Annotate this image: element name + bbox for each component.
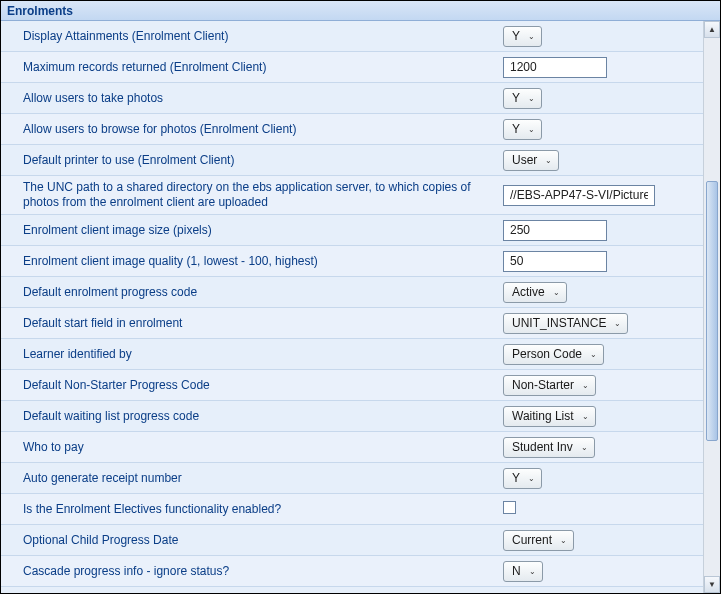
setting-dropdown[interactable]: Y⌄ <box>503 119 542 140</box>
chevron-down-icon: ⌄ <box>528 94 535 103</box>
setting-control: N⌄ <box>503 561 543 582</box>
setting-label: Allow users to take photos <box>23 91 503 106</box>
setting-dropdown[interactable]: Waiting List⌄ <box>503 406 596 427</box>
scroll-thumb[interactable] <box>706 181 718 441</box>
chevron-down-icon: ⌄ <box>553 288 560 297</box>
setting-row: Optional Child Progress DateCurrent⌄ <box>1 525 703 556</box>
chevron-down-icon: ⌄ <box>529 567 536 576</box>
scroll-up-button[interactable]: ▲ <box>704 21 720 38</box>
setting-row: Auto generate receipt numberY⌄ <box>1 463 703 494</box>
chevron-down-icon: ⌄ <box>614 319 621 328</box>
dropdown-value: Student Inv <box>512 440 573 454</box>
setting-row: Allow users to take photosY⌄ <box>1 83 703 114</box>
dropdown-value: Active <box>512 285 545 299</box>
dropdown-value: Y <box>512 122 520 136</box>
dropdown-value: User <box>512 153 537 167</box>
setting-textbox[interactable] <box>503 251 607 272</box>
dropdown-value: Current <box>512 533 552 547</box>
setting-control <box>503 57 607 78</box>
setting-control: User⌄ <box>503 150 559 171</box>
setting-control: Active⌄ <box>503 282 567 303</box>
setting-control <box>503 501 516 517</box>
setting-control: Y⌄ <box>503 119 542 140</box>
setting-row: Default waiting list progress codeWaitin… <box>1 401 703 432</box>
dropdown-value: Y <box>512 471 520 485</box>
setting-control <box>503 251 607 272</box>
panel-header: Enrolments <box>1 1 720 21</box>
settings-window: Enrolments Display Attainments (Enrolmen… <box>0 0 721 594</box>
setting-label: Default start field in enrolment <box>23 316 503 331</box>
setting-control: Student Inv⌄ <box>503 437 595 458</box>
settings-list: Display Attainments (Enrolment Client)Y⌄… <box>1 21 703 593</box>
setting-row: Enrolment client image size (pixels) <box>1 215 703 246</box>
setting-label: Display Attainments (Enrolment Client) <box>23 29 503 44</box>
setting-checkbox[interactable] <box>503 501 516 514</box>
setting-row: Maximum records returned (Enrolment Clie… <box>1 52 703 83</box>
setting-row: Default enrolment progress codeActive⌄ <box>1 277 703 308</box>
setting-dropdown[interactable]: Current⌄ <box>503 530 574 551</box>
setting-label: Auto generate receipt number <box>23 471 503 486</box>
dropdown-value: Y <box>512 29 520 43</box>
setting-dropdown[interactable]: UNIT_INSTANCE⌄ <box>503 313 628 334</box>
setting-label: Cascade progress info - ignore status? <box>23 564 503 579</box>
setting-dropdown[interactable]: Y⌄ <box>503 26 542 47</box>
setting-label: Default waiting list progress code <box>23 409 503 424</box>
setting-dropdown[interactable]: Person Code⌄ <box>503 344 604 365</box>
setting-dropdown[interactable]: Y⌄ <box>503 88 542 109</box>
setting-row: Display Attainments (Enrolment Client)Y⌄ <box>1 21 703 52</box>
vertical-scrollbar[interactable]: ▲ ▼ <box>703 21 720 593</box>
dropdown-value: Waiting List <box>512 409 574 423</box>
setting-control: Y⌄ <box>503 26 542 47</box>
setting-label: Enrolment client image quality (1, lowes… <box>23 254 503 269</box>
setting-dropdown[interactable]: User⌄ <box>503 150 559 171</box>
setting-dropdown[interactable]: Active⌄ <box>503 282 567 303</box>
chevron-down-icon: ⌄ <box>528 32 535 41</box>
chevron-down-icon: ⌄ <box>528 474 535 483</box>
dropdown-value: Non-Starter <box>512 378 574 392</box>
setting-label: Default printer to use (Enrolment Client… <box>23 153 503 168</box>
chevron-down-icon: ⌄ <box>582 381 589 390</box>
setting-row: Enrolment client image quality (1, lowes… <box>1 246 703 277</box>
setting-dropdown[interactable]: Student Inv⌄ <box>503 437 595 458</box>
setting-dropdown[interactable]: N⌄ <box>503 561 543 582</box>
chevron-down-icon: ⌄ <box>590 350 597 359</box>
setting-control: Person Code⌄ <box>503 344 604 365</box>
chevron-down-icon: ⌄ <box>582 412 589 421</box>
setting-control: UNIT_INSTANCE⌄ <box>503 313 628 334</box>
scroll-down-button[interactable]: ▼ <box>704 576 720 593</box>
dropdown-value: UNIT_INSTANCE <box>512 316 606 330</box>
setting-control <box>503 220 607 241</box>
setting-control: Current⌄ <box>503 530 574 551</box>
setting-label: Default enrolment progress code <box>23 285 503 300</box>
setting-dropdown[interactable]: Y⌄ <box>503 468 542 489</box>
setting-row: Default start field in enrolmentUNIT_INS… <box>1 308 703 339</box>
setting-textbox[interactable] <box>503 185 655 206</box>
setting-control: Non-Starter⌄ <box>503 375 596 396</box>
setting-textbox[interactable] <box>503 57 607 78</box>
setting-label: The UNC path to a shared directory on th… <box>23 180 503 210</box>
setting-textbox[interactable] <box>503 220 607 241</box>
setting-label: Enrolment client image size (pixels) <box>23 223 503 238</box>
setting-row: Default Non-Starter Progress CodeNon-Sta… <box>1 370 703 401</box>
chevron-down-icon: ⌄ <box>560 536 567 545</box>
chevron-down-icon: ⌄ <box>581 443 588 452</box>
setting-control: Y⌄ <box>503 468 542 489</box>
chevron-down-icon: ⌄ <box>528 125 535 134</box>
setting-label: Learner identified by <box>23 347 503 362</box>
panel-title: Enrolments <box>7 4 73 18</box>
setting-label: Allow users to browse for photos (Enrolm… <box>23 122 503 137</box>
chevron-down-icon: ⌄ <box>545 156 552 165</box>
setting-label: Who to pay <box>23 440 503 455</box>
content-wrap: Display Attainments (Enrolment Client)Y⌄… <box>1 21 720 593</box>
setting-row: The UNC path to a shared directory on th… <box>1 176 703 215</box>
setting-row: Default printer to use (Enrolment Client… <box>1 145 703 176</box>
setting-label: Optional Child Progress Date <box>23 533 503 548</box>
setting-row: Is the Enrolment Electives functionality… <box>1 494 703 525</box>
setting-dropdown[interactable]: Non-Starter⌄ <box>503 375 596 396</box>
setting-row: Cascade progress info - ignore status?N⌄ <box>1 556 703 587</box>
setting-row: Learner identified byPerson Code⌄ <box>1 339 703 370</box>
setting-label: Default Non-Starter Progress Code <box>23 378 503 393</box>
setting-label: Is the Enrolment Electives functionality… <box>23 502 503 517</box>
setting-control <box>503 185 655 206</box>
setting-row: Allow users to browse for photos (Enrolm… <box>1 114 703 145</box>
